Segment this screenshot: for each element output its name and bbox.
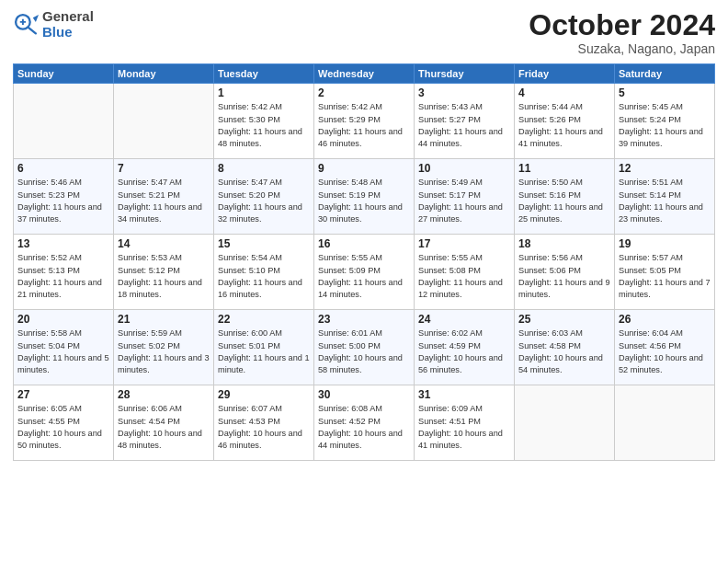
month-title: October 2024 — [529, 9, 715, 41]
calendar-cell: 7Sunrise: 5:47 AM Sunset: 5:21 PM Daylig… — [114, 159, 214, 235]
day-number: 13 — [17, 237, 109, 250]
svg-marker-1 — [33, 15, 39, 22]
day-number: 10 — [418, 162, 510, 175]
calendar-cell: 21Sunrise: 5:59 AM Sunset: 5:02 PM Dayli… — [114, 310, 214, 385]
weekday-header-friday: Friday — [515, 64, 615, 84]
day-info: Sunrise: 6:02 AM Sunset: 4:59 PM Dayligh… — [418, 327, 510, 376]
day-info: Sunrise: 6:04 AM Sunset: 4:56 PM Dayligh… — [619, 327, 711, 376]
day-number: 3 — [418, 86, 510, 99]
day-info: Sunrise: 5:42 AM Sunset: 5:29 PM Dayligh… — [318, 101, 410, 150]
calendar-cell: 19Sunrise: 5:57 AM Sunset: 5:05 PM Dayli… — [615, 235, 715, 310]
header: General Blue October 2024 Suzaka, Nagano… — [13, 9, 715, 56]
day-info: Sunrise: 6:09 AM Sunset: 4:51 PM Dayligh… — [418, 403, 510, 452]
day-number: 18 — [518, 237, 610, 250]
calendar-cell: 1Sunrise: 5:42 AM Sunset: 5:30 PM Daylig… — [214, 84, 314, 159]
day-number: 6 — [17, 162, 109, 175]
day-number: 28 — [118, 388, 210, 401]
day-info: Sunrise: 5:57 AM Sunset: 5:05 PM Dayligh… — [619, 252, 711, 301]
calendar-cell: 14Sunrise: 5:53 AM Sunset: 5:12 PM Dayli… — [114, 235, 214, 310]
day-number: 31 — [418, 388, 510, 401]
day-number: 25 — [518, 313, 610, 326]
calendar-cell: 5Sunrise: 5:45 AM Sunset: 5:24 PM Daylig… — [615, 84, 715, 159]
day-info: Sunrise: 5:55 AM Sunset: 5:09 PM Dayligh… — [318, 252, 410, 301]
day-info: Sunrise: 6:01 AM Sunset: 5:00 PM Dayligh… — [318, 327, 410, 376]
day-info: Sunrise: 5:42 AM Sunset: 5:30 PM Dayligh… — [218, 101, 310, 150]
day-number: 4 — [518, 86, 610, 99]
calendar-cell — [515, 385, 615, 461]
calendar-cell: 16Sunrise: 5:55 AM Sunset: 5:09 PM Dayli… — [314, 235, 415, 310]
calendar-cell: 24Sunrise: 6:02 AM Sunset: 4:59 PM Dayli… — [415, 310, 515, 385]
day-info: Sunrise: 6:07 AM Sunset: 4:53 PM Dayligh… — [218, 403, 310, 452]
weekday-header-thursday: Thursday — [415, 64, 515, 84]
calendar-cell: 6Sunrise: 5:46 AM Sunset: 5:23 PM Daylig… — [14, 159, 114, 235]
day-info: Sunrise: 5:48 AM Sunset: 5:19 PM Dayligh… — [318, 177, 410, 225]
weekday-header-wednesday: Wednesday — [314, 64, 415, 84]
calendar-cell: 8Sunrise: 5:47 AM Sunset: 5:20 PM Daylig… — [214, 159, 314, 235]
day-info: Sunrise: 5:54 AM Sunset: 5:10 PM Dayligh… — [218, 252, 310, 301]
day-number: 16 — [318, 237, 410, 250]
calendar-table: SundayMondayTuesdayWednesdayThursdayFrid… — [13, 63, 715, 461]
day-info: Sunrise: 5:49 AM Sunset: 5:17 PM Dayligh… — [418, 177, 510, 225]
calendar-cell: 12Sunrise: 5:51 AM Sunset: 5:14 PM Dayli… — [615, 159, 715, 235]
calendar-cell: 29Sunrise: 6:07 AM Sunset: 4:53 PM Dayli… — [214, 385, 314, 461]
logo-general: General — [42, 8, 94, 24]
weekday-header-monday: Monday — [114, 64, 214, 84]
calendar-cell: 22Sunrise: 6:00 AM Sunset: 5:01 PM Dayli… — [214, 310, 314, 385]
day-info: Sunrise: 5:59 AM Sunset: 5:02 PM Dayligh… — [118, 327, 210, 376]
day-number: 23 — [318, 313, 410, 326]
calendar-container: General Blue October 2024 Suzaka, Nagano… — [0, 0, 728, 470]
day-number: 29 — [218, 388, 310, 401]
day-info: Sunrise: 5:55 AM Sunset: 5:08 PM Dayligh… — [418, 252, 510, 301]
calendar-cell: 3Sunrise: 5:43 AM Sunset: 5:27 PM Daylig… — [415, 84, 515, 159]
calendar-cell — [615, 385, 715, 461]
calendar-week-row: 6Sunrise: 5:46 AM Sunset: 5:23 PM Daylig… — [14, 159, 715, 235]
day-number: 20 — [17, 313, 109, 326]
calendar-cell: 23Sunrise: 6:01 AM Sunset: 5:00 PM Dayli… — [314, 310, 415, 385]
day-info: Sunrise: 6:08 AM Sunset: 4:52 PM Dayligh… — [318, 403, 410, 452]
day-number: 2 — [318, 86, 410, 99]
calendar-cell: 4Sunrise: 5:44 AM Sunset: 5:26 PM Daylig… — [515, 84, 615, 159]
day-number: 26 — [619, 313, 711, 326]
day-info: Sunrise: 5:47 AM Sunset: 5:20 PM Dayligh… — [218, 177, 310, 225]
logo-blue: Blue — [42, 24, 73, 40]
calendar-cell: 2Sunrise: 5:42 AM Sunset: 5:29 PM Daylig… — [314, 84, 415, 159]
calendar-cell: 25Sunrise: 6:03 AM Sunset: 4:58 PM Dayli… — [515, 310, 615, 385]
logo-text: General Blue — [42, 9, 94, 40]
calendar-cell: 27Sunrise: 6:05 AM Sunset: 4:55 PM Dayli… — [14, 385, 114, 461]
calendar-cell: 20Sunrise: 5:58 AM Sunset: 5:04 PM Dayli… — [14, 310, 114, 385]
day-number: 1 — [218, 86, 310, 99]
day-info: Sunrise: 6:05 AM Sunset: 4:55 PM Dayligh… — [17, 403, 109, 452]
calendar-cell: 9Sunrise: 5:48 AM Sunset: 5:19 PM Daylig… — [314, 159, 415, 235]
day-number: 14 — [118, 237, 210, 250]
calendar-cell: 15Sunrise: 5:54 AM Sunset: 5:10 PM Dayli… — [214, 235, 314, 310]
day-number: 17 — [418, 237, 510, 250]
logo: General Blue — [13, 9, 94, 40]
day-info: Sunrise: 5:51 AM Sunset: 5:14 PM Dayligh… — [619, 177, 711, 225]
day-number: 5 — [619, 86, 711, 99]
day-number: 22 — [218, 313, 310, 326]
day-info: Sunrise: 5:43 AM Sunset: 5:27 PM Dayligh… — [418, 101, 510, 150]
day-info: Sunrise: 5:44 AM Sunset: 5:26 PM Dayligh… — [518, 101, 610, 150]
day-info: Sunrise: 5:53 AM Sunset: 5:12 PM Dayligh… — [118, 252, 210, 301]
day-number: 12 — [619, 162, 711, 175]
weekday-header-tuesday: Tuesday — [214, 64, 314, 84]
day-number: 11 — [518, 162, 610, 175]
calendar-cell: 28Sunrise: 6:06 AM Sunset: 4:54 PM Dayli… — [114, 385, 214, 461]
day-number: 27 — [17, 388, 109, 401]
title-block: October 2024 Suzaka, Nagano, Japan — [529, 9, 715, 56]
day-info: Sunrise: 6:06 AM Sunset: 4:54 PM Dayligh… — [118, 403, 210, 452]
day-info: Sunrise: 5:52 AM Sunset: 5:13 PM Dayligh… — [17, 252, 109, 301]
calendar-week-row: 20Sunrise: 5:58 AM Sunset: 5:04 PM Dayli… — [14, 310, 715, 385]
calendar-cell: 11Sunrise: 5:50 AM Sunset: 5:16 PM Dayli… — [515, 159, 615, 235]
calendar-week-row: 1Sunrise: 5:42 AM Sunset: 5:30 PM Daylig… — [14, 84, 715, 159]
day-number: 9 — [318, 162, 410, 175]
day-info: Sunrise: 5:47 AM Sunset: 5:21 PM Dayligh… — [118, 177, 210, 225]
day-info: Sunrise: 5:45 AM Sunset: 5:24 PM Dayligh… — [619, 101, 711, 150]
day-number: 30 — [318, 388, 410, 401]
day-number: 21 — [118, 313, 210, 326]
day-info: Sunrise: 6:00 AM Sunset: 5:01 PM Dayligh… — [218, 327, 310, 376]
weekday-header-sunday: Sunday — [14, 64, 114, 84]
day-info: Sunrise: 5:50 AM Sunset: 5:16 PM Dayligh… — [518, 177, 610, 225]
day-number: 19 — [619, 237, 711, 250]
location: Suzaka, Nagano, Japan — [529, 41, 715, 56]
